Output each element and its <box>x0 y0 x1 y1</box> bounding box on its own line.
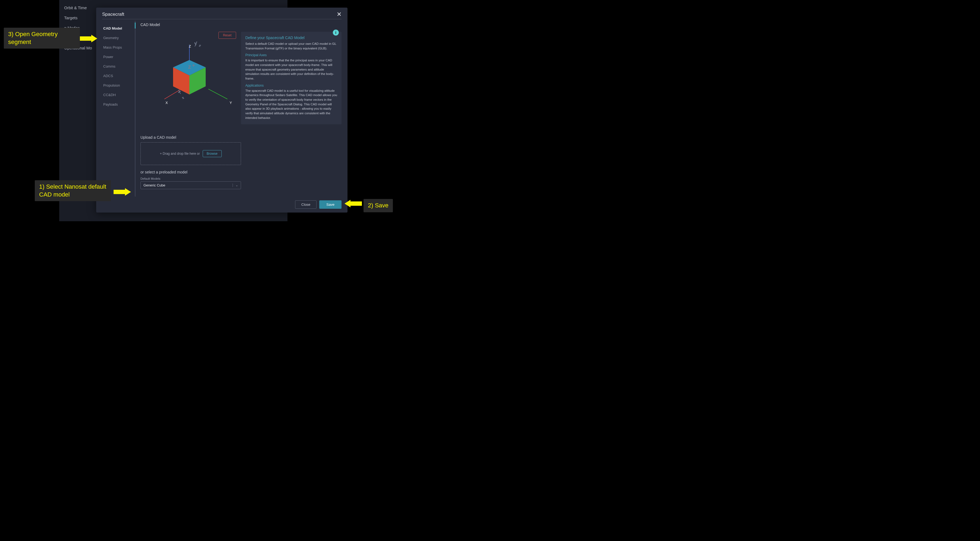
content-title: CAD Model <box>140 22 160 27</box>
svg-line-2 <box>208 89 228 99</box>
segment-payloads[interactable]: Payloads <box>102 100 135 109</box>
info-icon[interactable]: i <box>333 30 339 36</box>
info-text: Select a default CAD model or upload you… <box>245 41 337 51</box>
chevron-down-icon: ⌄ <box>232 184 238 187</box>
spacecraft-dialog: Spacecraft ✕ CAD Model Geometry Mass Pro… <box>96 8 347 213</box>
reset-button[interactable]: Reset <box>218 32 236 39</box>
axis-x-label: X <box>165 101 168 105</box>
segment-propulsion[interactable]: Propulsion <box>102 81 135 90</box>
select-value: Generic Cube <box>143 183 165 187</box>
svg-text:x: x <box>178 88 181 95</box>
segment-geometry[interactable]: Geometry <box>102 33 135 43</box>
upload-section: Upload a CAD model + Drag and drop file … <box>140 135 342 189</box>
annotation-step-3: 3) Open Geometry segment <box>4 28 80 49</box>
segment-power[interactable]: Power <box>102 52 135 62</box>
annotation-step-2: 2) Save <box>364 199 393 212</box>
axis-y-label: Y <box>229 101 232 105</box>
default-models-label: Default Models <box>140 177 342 180</box>
segment-adcs[interactable]: ADCS <box>102 71 135 81</box>
dialog-footer: Close Save <box>102 197 342 209</box>
upload-label: Upload a CAD model <box>140 135 342 140</box>
svg-text:y: y <box>194 41 197 47</box>
info-subheading-axes: Principal Axes <box>245 53 337 57</box>
file-dropzone[interactable]: + Drag and drop file here or Browse <box>140 142 241 165</box>
info-panel: i Define your Spacecraft CAD Model Selec… <box>241 32 342 124</box>
content-pane: CAD Model Reset z + <box>135 21 342 197</box>
annotation-step-1: 1) Select Nanosat default CAD model <box>35 180 111 201</box>
axis-z-label: Z <box>189 44 191 48</box>
dialog-body: CAD Model Geometry Mass Props Power Comm… <box>102 21 342 197</box>
default-models-select[interactable]: Generic Cube ⌄ <box>140 181 241 189</box>
drop-text: + Drag and drop file here or <box>160 152 200 155</box>
accent-bar <box>135 22 135 29</box>
cube-icon: z + x + y + <box>157 41 233 109</box>
svg-text:z: z <box>188 63 191 70</box>
svg-text:+: + <box>199 43 201 49</box>
save-button[interactable]: Save <box>319 200 342 209</box>
segment-mass-props[interactable]: Mass Props <box>102 43 135 52</box>
cad-3d-viewport[interactable]: z + x + y + Z X Y <box>140 41 236 112</box>
or-label: or select a preloaded model <box>140 170 342 174</box>
dialog-header: Spacecraft ✕ <box>102 11 342 19</box>
browse-button[interactable]: Browse <box>203 150 222 157</box>
info-subheading-applications: Applications <box>245 84 337 87</box>
info-text: It is important to ensure that the the p… <box>245 58 337 81</box>
segment-ccdh[interactable]: CC&DH <box>102 90 135 100</box>
segment-cad-model[interactable]: CAD Model <box>102 24 135 33</box>
info-text: The spacecraft CAD model is a useful too… <box>245 89 337 120</box>
info-heading: Define your Spacecraft CAD Model <box>245 36 337 40</box>
svg-text:+: + <box>192 63 195 68</box>
segment-comms[interactable]: Comms <box>102 62 135 71</box>
segment-nav: CAD Model Geometry Mass Props Power Comm… <box>102 21 135 197</box>
close-button[interactable]: Close <box>295 200 317 209</box>
close-icon[interactable]: ✕ <box>337 11 342 17</box>
dialog-title: Spacecraft <box>102 12 124 17</box>
svg-text:+: + <box>182 95 184 101</box>
